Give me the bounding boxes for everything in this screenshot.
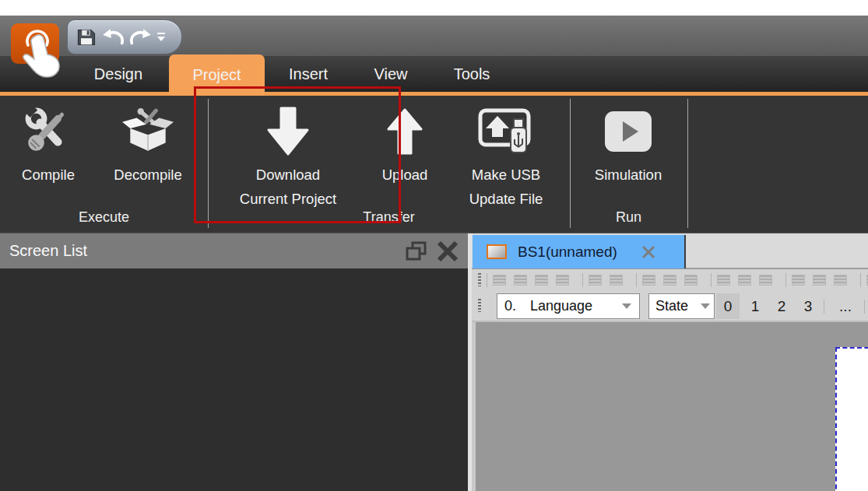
download-current-project-button[interactable]: Download Current Project [230,96,346,212]
editor-area: BS1(unnamed) [472,233,868,491]
language-value: Language [516,298,622,314]
compile-button[interactable]: Compile [6,96,90,212]
screen-list-panel: Screen List Goto BS1(unnamed) [0,233,468,491]
close-icon [436,240,459,262]
ribbon-accent-line [0,92,868,96]
upload-button[interactable]: Upload [363,96,447,212]
editor-tab-title: BS1(unnamed) [518,244,617,261]
upload-arrow-icon [385,102,424,161]
make-usb-label: Make USB Update File [469,163,543,211]
group-label-transfer: Transfer [208,207,570,227]
group-label-run: Run [570,207,687,227]
decompile-button[interactable]: Decompile [98,96,198,212]
align-top-icon[interactable] [717,275,730,286]
upload-label: Upload [382,163,428,187]
align-middle-icon[interactable] [738,275,751,286]
undo-button[interactable] [100,27,125,47]
canvas-edge-strip [472,322,476,491]
same-width-icon[interactable] [792,275,805,286]
group-label-execute: Execute [0,207,208,227]
tab-design[interactable]: Design [81,56,156,92]
redo-icon [128,27,153,47]
chevron-down-icon [156,32,166,43]
redo-button[interactable] [128,27,153,47]
editor-tab-bs1[interactable]: BS1(unnamed) [473,235,686,268]
toolbar-drag-handle[interactable] [478,299,481,312]
align-bottom-icon[interactable] [759,275,772,286]
close-tab-button[interactable] [641,245,656,259]
paste-icon[interactable] [556,275,569,286]
simulation-button[interactable]: Simulation [579,96,677,212]
tab-view[interactable]: View [360,56,422,92]
same-size-icon[interactable] [834,275,847,286]
screen-icon [487,244,507,259]
align-left-icon[interactable] [642,275,655,286]
cut-icon[interactable] [535,275,548,286]
float-window-icon [406,241,427,261]
download-arrow-icon [265,102,311,161]
float-panel-button[interactable] [406,241,427,265]
close-icon [641,245,656,259]
quick-access-more-button[interactable] [156,32,166,43]
state-0-button[interactable]: 0 [716,293,740,319]
toolbar-drag-handle[interactable] [478,273,481,286]
compile-icon [23,102,74,161]
tab-tools[interactable]: Tools [441,56,503,92]
redo-icon[interactable] [514,275,527,286]
language-number: 0. [497,298,516,314]
align-center-icon[interactable] [663,275,676,286]
download-label: Download Current Project [240,163,336,211]
chevron-down-icon [701,303,710,309]
more-states-button[interactable]: ... [831,293,859,319]
tab-project[interactable]: Project [169,54,265,96]
app-menu-button[interactable] [11,22,86,93]
grid-icon[interactable] [589,275,602,286]
ribbon-group-separator [687,99,688,228]
undo-icon[interactable] [493,275,506,286]
snap-icon[interactable] [610,275,623,286]
state-1-button[interactable]: 1 [745,293,765,319]
chevron-down-icon [622,303,631,309]
state-3-button[interactable]: 3 [798,293,818,319]
decompile-icon [122,102,174,161]
simulation-play-icon [603,102,653,161]
align-right-icon[interactable] [684,275,698,286]
simulation-label: Simulation [595,163,662,187]
state-value: State [649,298,701,314]
state-dropdown[interactable]: State [648,293,715,319]
language-dropdown[interactable]: 0. Language [497,293,640,319]
usb-update-icon [477,102,535,161]
application-window: Design Project Insert View Tools Compile [0,0,868,491]
decompile-label: Decompile [114,163,181,187]
undo-icon [100,27,125,47]
close-panel-button[interactable] [436,240,459,265]
make-usb-update-file-button[interactable]: Make USB Update File [453,96,559,212]
panel-title: Screen List [9,233,87,268]
tab-insert[interactable]: Insert [274,56,343,92]
screen-list-header: Screen List [0,233,468,268]
same-height-icon[interactable] [813,275,826,286]
state-2-button[interactable]: 2 [771,293,792,319]
design-canvas-page[interactable] [835,347,868,491]
alignment-toolbar [472,269,868,290]
compile-label: Compile [22,163,75,187]
